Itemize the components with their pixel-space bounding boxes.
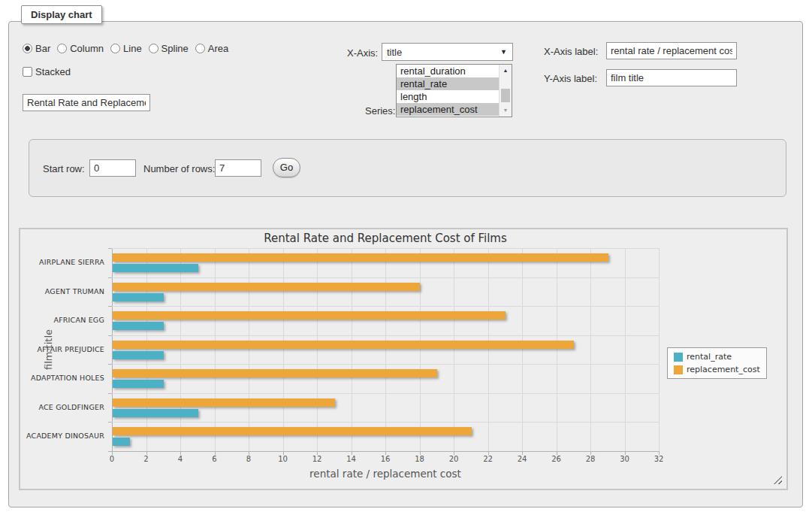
y-axis-title-text: film title — [43, 329, 54, 370]
stacked-checkbox[interactable] — [23, 67, 32, 77]
start-row-label: Start row: — [43, 163, 85, 174]
chart-type-column[interactable]: Column — [57, 43, 104, 54]
chart-type-radio-spline[interactable] — [149, 44, 158, 53]
gridline-x-22 — [488, 248, 489, 451]
scroll-down-icon[interactable]: ▼ — [500, 105, 512, 116]
category-label-academy-dinosaur: ACADEMY DINOSAUR — [20, 422, 104, 451]
bar-rental_rate-african-egg[interactable] — [113, 322, 164, 330]
legend-swatch-replacement_cost — [674, 365, 683, 374]
bar-rental_rate-affair-prejudice[interactable] — [113, 351, 164, 359]
x-tick-label-26: 26 — [551, 455, 561, 463]
x-tick-label-0: 0 — [110, 455, 114, 463]
series-option-length[interactable]: length — [397, 90, 500, 103]
legend-label-replacement_cost: replacement_cost — [687, 365, 760, 374]
num-rows-input[interactable] — [215, 159, 261, 177]
x-tick-label-10: 10 — [278, 455, 288, 463]
x-axis-select-label: X-Axis: — [347, 47, 378, 59]
x-axis-select[interactable]: title ▼ — [382, 43, 513, 61]
chart-type-radio-column[interactable] — [57, 44, 67, 53]
bar-replacement_cost-airplane-sierra[interactable] — [113, 253, 608, 262]
series-listbox[interactable]: ▲ ▼ rental_durationrental_ratelengthrepl… — [396, 64, 512, 117]
x-axis-selected-value: title — [387, 47, 402, 58]
x-tick-label-28: 28 — [586, 455, 596, 463]
chart-type-radio-bar[interactable] — [23, 44, 32, 53]
dropdown-arrow-icon: ▼ — [500, 48, 507, 56]
x-tick-label-30: 30 — [620, 455, 629, 463]
chart-type-label-line: Line — [123, 43, 142, 54]
x-tick-label-22: 22 — [483, 455, 493, 463]
gridline-y-5 — [112, 393, 659, 394]
chart-type-bar[interactable]: Bar — [23, 43, 50, 54]
gridline-y-4 — [112, 364, 659, 365]
x-tick-label-8: 8 — [246, 455, 251, 463]
y-tick-3 — [108, 335, 112, 336]
start-row-input[interactable] — [89, 159, 136, 177]
bar-rental_rate-academy-dinosaur[interactable] — [113, 438, 130, 446]
gridline-x-6 — [215, 248, 216, 451]
gridline-y-7 — [112, 451, 659, 452]
x-tick-label-6: 6 — [212, 455, 216, 463]
bar-replacement_cost-adaptation-holes[interactable] — [113, 369, 437, 377]
series-option-replacement_cost[interactable]: replacement_cost — [397, 103, 500, 116]
x-axis-label-caption: X-Axis label: — [544, 46, 598, 57]
num-rows-label: Number of rows: — [143, 163, 215, 174]
x-axis-label-input[interactable] — [606, 42, 737, 59]
bar-replacement_cost-african-egg[interactable] — [113, 311, 506, 320]
series-label: Series: — [365, 105, 395, 117]
gridline-x-0 — [112, 248, 113, 451]
y-axis-label-input[interactable] — [606, 69, 737, 86]
y-tick-5 — [108, 393, 112, 394]
y-axis-label-caption: Y-Axis label: — [544, 73, 597, 84]
y-axis-title: film title — [43, 248, 54, 451]
bar-replacement_cost-ace-goldfinger[interactable] — [113, 398, 335, 407]
chart-type-label-column: Column — [70, 43, 104, 54]
bar-rental_rate-agent-truman[interactable] — [113, 293, 164, 301]
category-label-agent-truman: AGENT TRUMAN — [20, 277, 104, 307]
bar-rental_rate-adaptation-holes[interactable] — [113, 380, 164, 388]
scroll-up-icon[interactable]: ▲ — [500, 65, 512, 76]
chart-type-line[interactable]: Line — [110, 43, 142, 54]
y-tick-1 — [108, 277, 112, 278]
gridline-x-12 — [317, 248, 318, 451]
gridline-y-1 — [112, 277, 659, 278]
chart-type-radio-line[interactable] — [110, 44, 120, 53]
legend-item-replacement_cost[interactable]: replacement_cost — [674, 365, 760, 374]
scroll-thumb[interactable] — [501, 89, 510, 102]
chart-type-group: BarColumnLineSplineArea — [23, 43, 228, 54]
stacked-label: Stacked — [35, 66, 71, 77]
x-tick-labels: 02468101214161820222426283032 — [112, 455, 659, 464]
chart-type-area[interactable]: Area — [195, 43, 228, 54]
series-option-rental_rate[interactable]: rental_rate — [397, 77, 500, 90]
bar-replacement_cost-academy-dinosaur[interactable] — [113, 427, 472, 435]
y-tick-7 — [108, 451, 112, 452]
chart-type-radio-area[interactable] — [195, 44, 205, 53]
gridline-y-6 — [112, 422, 659, 423]
go-button[interactable]: Go — [273, 158, 300, 177]
x-axis-title: rental rate / replacement cost — [112, 468, 659, 480]
x-tick-label-32: 32 — [654, 455, 664, 463]
bar-rental_rate-ace-goldfinger[interactable] — [113, 409, 198, 417]
gridline-x-18 — [420, 248, 421, 451]
stacked-row[interactable]: Stacked — [23, 66, 71, 77]
series-scrollbar[interactable]: ▲ ▼ — [499, 65, 512, 117]
legend-label-rental_rate: rental_rate — [687, 352, 732, 362]
resize-handle-icon[interactable] — [774, 476, 782, 484]
legend-item-rental_rate[interactable]: rental_rate — [674, 352, 760, 362]
chart-type-spline[interactable]: Spline — [149, 43, 189, 54]
y-tick-0 — [108, 248, 112, 249]
chart-type-label-area: Area — [208, 43, 228, 54]
series-option-rental_duration[interactable]: rental_duration — [397, 65, 500, 77]
chart-title: Rental Rate and Replacement Cost of Film… — [112, 232, 659, 245]
chart-title-input[interactable] — [23, 94, 150, 111]
gridline-x-4 — [180, 248, 181, 451]
bar-replacement_cost-affair-prejudice[interactable] — [113, 341, 574, 349]
gridline-x-16 — [385, 248, 386, 451]
plot-area — [112, 248, 659, 451]
chart-type-label-spline: Spline — [161, 43, 189, 54]
bar-replacement_cost-agent-truman[interactable] — [113, 283, 420, 291]
gridline-x-8 — [249, 248, 249, 451]
gridline-y-2 — [112, 306, 659, 307]
x-tick-label-2: 2 — [143, 455, 148, 463]
bar-rental_rate-airplane-sierra[interactable] — [113, 264, 198, 272]
gridline-x-2 — [146, 248, 147, 451]
